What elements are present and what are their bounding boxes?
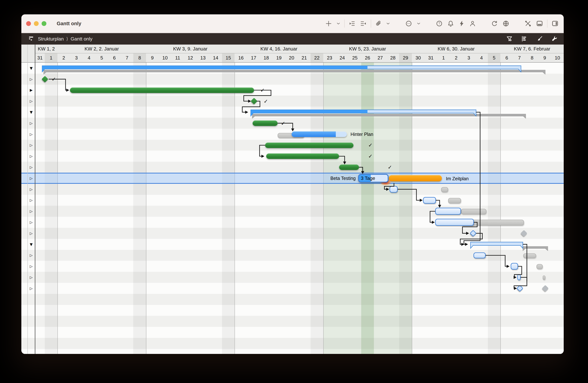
outline-toggle-collapsed[interactable]: ▷: [28, 272, 35, 283]
task-bar[interactable]: [474, 253, 486, 258]
outline-toggle-collapsed[interactable]: ▷: [28, 173, 35, 184]
row-stripe: [21, 184, 564, 195]
task-bar[interactable]: [389, 175, 442, 181]
day-header: 27: [374, 53, 387, 63]
outline-toggle-collapsed[interactable]: ▷: [28, 195, 35, 206]
day-header: 20: [285, 53, 298, 63]
outline-toggle-expanded[interactable]: ▼: [28, 63, 35, 74]
completed-checkmark: ✓: [281, 120, 285, 127]
outline-toggle-collapsed[interactable]: ▷: [28, 261, 35, 272]
day-header: 3: [462, 53, 476, 63]
task-bar[interactable]: [517, 274, 521, 280]
week-gridline: [323, 63, 324, 354]
baseline-bar[interactable]: [523, 253, 536, 258]
outdent-icon[interactable]: [360, 21, 367, 27]
task-bar[interactable]: [435, 208, 461, 215]
baseline-bar[interactable]: [448, 198, 461, 203]
day-header: 16: [234, 53, 248, 63]
week-header: KW 7, 6. Februar: [500, 44, 564, 53]
outline-toggle-collapsed[interactable]: ▷: [28, 206, 35, 217]
breadcrumb-item-gantt-only[interactable]: Gantt only: [71, 36, 93, 42]
duration-tooltip[interactable]: 3 Tage: [358, 174, 388, 182]
outline-toggle-collapsed[interactable]: ▷: [28, 217, 35, 228]
outline-toggle-collapsed[interactable]: ▷: [28, 129, 35, 140]
toolbar-separator: [344, 20, 345, 28]
task-bar[interactable]: [252, 120, 278, 126]
zoom-button[interactable]: [42, 21, 46, 26]
user-icon[interactable]: [469, 21, 476, 27]
task-bar[interactable]: [390, 186, 398, 192]
sunday-column: [133, 63, 146, 354]
baseline-bar[interactable]: [536, 264, 543, 269]
outline-toggle-collapsed[interactable]: ▷: [28, 162, 35, 173]
sunday-column: [45, 63, 57, 354]
header-corner: [21, 44, 35, 63]
baseline-bar[interactable]: [461, 209, 486, 214]
task-bar[interactable]: [511, 263, 518, 270]
chart-left-border: [35, 44, 35, 354]
day-header: 4: [83, 53, 96, 63]
sunday-column: [222, 63, 235, 354]
minimize-button[interactable]: [34, 21, 39, 26]
add-icon[interactable]: [325, 21, 332, 27]
chevron-down-icon[interactable]: [386, 22, 390, 25]
close-button[interactable]: [26, 21, 31, 26]
breadcrumb-item-strukturplan[interactable]: Strukturplan: [38, 36, 64, 42]
outline-toggle-collapsed[interactable]: ▷: [28, 228, 35, 239]
day-header: 1: [45, 53, 58, 63]
panel-right-icon[interactable]: [551, 20, 559, 27]
day-header: 28: [387, 53, 400, 63]
outline-toggle-collapsed[interactable]: ▷: [28, 151, 35, 162]
row-stripe: [21, 239, 564, 250]
task-bar[interactable]: [435, 219, 474, 226]
day-header: 8: [526, 53, 539, 63]
help-icon[interactable]: ?: [436, 20, 442, 27]
row-stripe: [21, 106, 564, 118]
filter-icon[interactable]: [506, 36, 512, 42]
outline-toggle-collapsed[interactable]: ▷: [28, 140, 35, 151]
more-icon[interactable]: [405, 20, 412, 27]
panel-bottom-icon[interactable]: [536, 20, 543, 27]
outline-toggle-expanded[interactable]: ▼: [28, 239, 35, 250]
outline-toggle-collapsed[interactable]: ▷: [28, 118, 35, 129]
outline-toggle-collapsed[interactable]: ▷: [28, 74, 35, 85]
outline-toggle-collapsed[interactable]: ▷: [28, 96, 35, 106]
outline-toggle-collapsed[interactable]: ▷: [28, 184, 35, 195]
brush-icon[interactable]: [536, 36, 543, 42]
app-window: Gantt only ? Strukturplan ⟩ Gantt only K…: [21, 14, 564, 354]
week-header: KW 5, 23. Januar: [323, 44, 412, 53]
row-stripe: [21, 294, 564, 305]
task-bar[interactable]: [265, 143, 354, 148]
sync-icon[interactable]: [491, 20, 498, 27]
wrench-icon[interactable]: [551, 36, 558, 42]
row-stripe: [21, 63, 564, 74]
day-header: 12: [184, 53, 197, 63]
baseline-bar[interactable]: [441, 187, 448, 192]
attach-icon[interactable]: [375, 21, 381, 27]
day-header: 5: [488, 53, 501, 63]
today-column: [361, 63, 374, 354]
task-bar[interactable]: [423, 197, 436, 204]
outline-icon[interactable]: [521, 36, 528, 42]
task-bar[interactable]: [266, 153, 339, 159]
task-bar[interactable]: [339, 164, 359, 170]
chevron-down-icon[interactable]: [336, 22, 340, 25]
day-header: 3: [70, 53, 83, 63]
day-header: 22: [311, 53, 324, 63]
day-header: 8: [133, 53, 146, 63]
baseline-bar[interactable]: [543, 276, 545, 280]
tools-icon[interactable]: [525, 20, 531, 27]
day-header: 23: [323, 53, 336, 63]
task-bar[interactable]: [292, 131, 347, 137]
bell-icon[interactable]: [447, 20, 454, 27]
chevron-down-icon[interactable]: [417, 22, 420, 25]
outline-toggle-expanded[interactable]: ▼: [28, 106, 35, 118]
day-header: 26: [361, 53, 374, 63]
globe-icon[interactable]: [503, 20, 509, 27]
outline-toggle-collapsed[interactable]: ▷: [28, 250, 35, 261]
outline-toggle-collapsed-filled[interactable]: ▶: [28, 85, 35, 96]
task-bar[interactable]: [70, 87, 254, 93]
outline-toggle-collapsed[interactable]: ▷: [28, 283, 35, 294]
indent-icon[interactable]: [349, 21, 355, 27]
lightning-icon[interactable]: [459, 21, 465, 27]
